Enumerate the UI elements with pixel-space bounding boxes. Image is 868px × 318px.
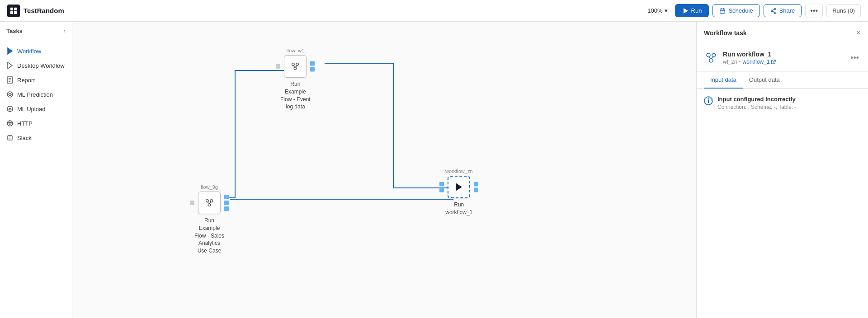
error-subtitle: Connection: ; Schema: -; Table: -	[717, 104, 797, 110]
svg-point-20	[7, 92, 13, 97]
node-flow-w1-left-ports[interactable]	[276, 64, 280, 69]
sidebar-item-label-http: HTTP	[17, 120, 33, 127]
share-button[interactable]: Share	[764, 4, 802, 17]
panel-node-link[interactable]: workflow_1	[743, 59, 776, 65]
svg-point-40	[712, 53, 716, 57]
svg-point-46	[708, 98, 709, 100]
external-link-icon	[771, 60, 776, 65]
warning-icon	[704, 96, 713, 105]
sidebar-item-label-ml-upload: ML Upload	[17, 106, 45, 112]
svg-line-13	[773, 11, 774, 12]
svg-rect-2	[10, 11, 13, 14]
svg-point-39	[707, 53, 710, 57]
svg-line-32	[295, 65, 297, 67]
sidebar-item-ml-prediction[interactable]: ML Prediction	[0, 87, 72, 102]
error-title: Input configured incorrectly	[717, 96, 797, 103]
node-flow-w1-box[interactable]	[284, 55, 307, 78]
svg-point-28	[292, 63, 295, 66]
node-workflow-zn-right-ports[interactable]	[474, 182, 478, 192]
panel-node-info: Run workflow_1 wf_zn • workflow_1 •••	[697, 44, 868, 72]
panel-node-type-icon	[705, 51, 717, 64]
schedule-button[interactable]: Schedule	[712, 4, 760, 17]
svg-rect-0	[10, 7, 13, 10]
port-left-1[interactable]	[439, 182, 444, 187]
node-flow-9g-box[interactable]	[198, 192, 221, 214]
tab-input-data[interactable]: Input data	[704, 72, 743, 89]
report-icon	[6, 76, 14, 84]
sidebar-header: Tasks ‹	[0, 22, 72, 40]
panel-node-text: Run workflow_1 wf_zn • workflow_1	[723, 51, 844, 65]
main-layout: Tasks ‹ Workflow Desktop Workflow Report…	[0, 22, 868, 318]
workflow-node-icon-2	[204, 198, 214, 208]
svg-marker-15	[8, 62, 12, 69]
node-flow-9g-left-ports[interactable]	[190, 201, 194, 205]
svg-point-30	[294, 67, 297, 70]
panel-node-name: Run workflow_1	[723, 51, 844, 58]
port-right-2[interactable]	[474, 188, 478, 192]
sidebar-item-label-desktop: Desktop Workflow	[17, 62, 65, 69]
port-right-1[interactable]	[224, 195, 229, 199]
sidebar-item-label-report: Report	[17, 77, 35, 84]
zoom-control[interactable]: 100% ▾	[644, 5, 671, 16]
canvas-area[interactable]: flow_w1	[72, 22, 696, 318]
svg-point-41	[709, 59, 713, 62]
error-icon	[704, 96, 713, 105]
svg-rect-5	[720, 9, 725, 13]
more-button[interactable]: •••	[805, 4, 823, 18]
header: TestRandom 100% ▾ Run Schedule Share •••…	[0, 0, 868, 22]
sidebar-collapse-button[interactable]: ‹	[63, 27, 66, 34]
node-flow-9g-label: RunExampleFlow - SalesAnalyticsUse Case	[194, 217, 224, 255]
port-left-1[interactable]	[276, 64, 280, 69]
svg-rect-1	[14, 7, 17, 10]
node-flow-w1[interactable]: flow_w1	[280, 48, 311, 111]
panel-more-button[interactable]: •••	[849, 53, 861, 63]
node-flow-9g[interactable]: flow_9g	[194, 184, 224, 255]
port-right-2[interactable]	[224, 201, 229, 205]
svg-point-29	[296, 63, 299, 66]
run-button[interactable]: Run	[675, 4, 709, 17]
sidebar-item-ml-upload[interactable]: ML Upload	[0, 102, 72, 116]
right-panel: Workflow task × Run workflow_1 wf_zn •	[696, 22, 868, 318]
sidebar-item-slack[interactable]: Slack	[0, 131, 72, 145]
sidebar-item-desktop-workflow[interactable]: Desktop Workflow	[0, 58, 72, 73]
runs-button[interactable]: Runs (0)	[826, 4, 861, 17]
svg-line-43	[711, 57, 714, 59]
node-workflow-zn[interactable]: workflow_zn Runworkflow_1	[445, 168, 473, 216]
node-flow-9g-right-ports[interactable]	[224, 195, 229, 211]
sidebar-item-workflow[interactable]: Workflow	[0, 44, 72, 58]
node-flow-w1-id-label: flow_w1	[286, 48, 304, 53]
slack-icon	[6, 134, 14, 141]
port-right-3[interactable]	[224, 206, 229, 211]
svg-marker-14	[8, 48, 12, 54]
tab-output-data[interactable]: Output data	[743, 72, 786, 89]
svg-point-10	[774, 8, 776, 9]
sidebar-item-http[interactable]: HTTP	[0, 116, 72, 131]
svg-point-35	[208, 204, 211, 206]
port-left-1[interactable]	[190, 201, 194, 205]
panel-node-path: wf_zn • workflow_1	[723, 59, 844, 65]
svg-line-12	[773, 9, 774, 10]
port-right-2[interactable]	[310, 67, 315, 72]
panel-close-button[interactable]: ×	[856, 28, 861, 37]
run-workflow-icon	[454, 182, 464, 192]
workflow-node-icon	[290, 61, 300, 71]
sidebar-item-report[interactable]: Report	[0, 73, 72, 87]
port-right-1[interactable]	[310, 61, 315, 66]
ml-prediction-icon	[6, 91, 14, 98]
panel-node-namespace: wf_zn	[723, 59, 737, 65]
input-error-section: Input configured incorrectly Connection:…	[704, 96, 861, 110]
node-workflow-zn-label: Runworkflow_1	[445, 201, 472, 216]
node-flow-w1-label: RunExampleFlow - Eventlog data	[280, 80, 311, 111]
node-workflow-zn-box[interactable]	[448, 176, 470, 198]
node-flow-w1-right-ports[interactable]	[310, 61, 315, 72]
desktop-workflow-play-icon	[6, 62, 14, 69]
panel-header: Workflow task ×	[697, 22, 868, 44]
zoom-chevron-icon: ▾	[665, 7, 668, 14]
port-left-2[interactable]	[439, 188, 444, 192]
sidebar-item-label-workflow: Workflow	[17, 48, 41, 55]
port-right-1[interactable]	[474, 182, 478, 187]
run-icon	[682, 8, 689, 14]
svg-point-33	[206, 200, 209, 202]
node-workflow-zn-left-ports[interactable]	[439, 182, 444, 192]
svg-rect-3	[14, 11, 17, 14]
